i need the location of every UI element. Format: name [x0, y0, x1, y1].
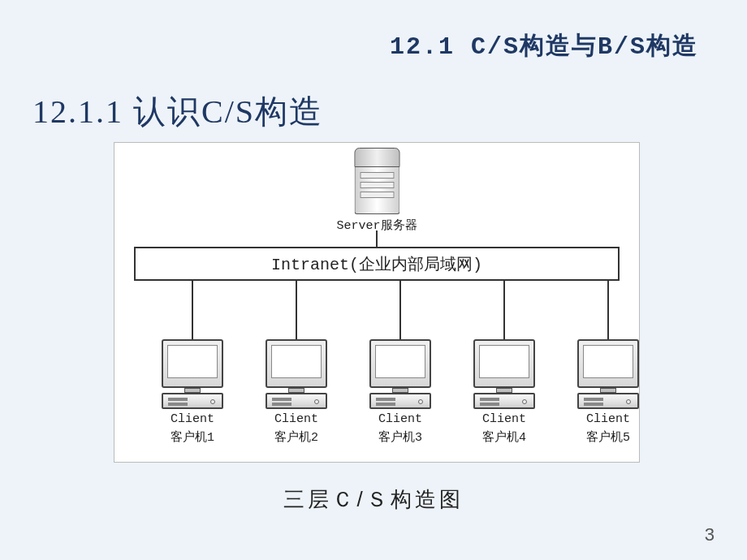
monitor-icon [577, 339, 639, 388]
pc-base-icon [266, 393, 327, 409]
client-connection-line [296, 281, 297, 339]
monitor-icon [473, 339, 535, 388]
client-node: Client 客户机5 [568, 339, 649, 445]
pc-base-icon [473, 393, 535, 409]
client-label-en: Client [360, 412, 441, 426]
client-label-en: Client [568, 412, 649, 426]
client-connection-line [607, 281, 609, 339]
intranet-label: Intranet(企业内部局域网) [271, 253, 482, 275]
pc-base-icon [577, 393, 639, 409]
client-node: Client 客户机3 [360, 339, 441, 445]
client-label-en: Client [256, 412, 337, 426]
client-connection-line [192, 281, 193, 339]
client-label-en: Client [464, 412, 545, 426]
server-connection-line [376, 230, 378, 247]
client-connection-line [503, 281, 505, 339]
monitor-icon [162, 339, 223, 388]
intranet-box: Intranet(企业内部局域网) [134, 247, 620, 281]
pc-base-icon [162, 393, 223, 409]
page-number: 3 [705, 524, 715, 545]
subsection-title: 12.1.1 认识C/S构造 [32, 89, 323, 134]
server-node: Server服务器 [336, 148, 417, 233]
section-header: 12.1 C/S构造与B/S构造 [390, 29, 698, 62]
client-label-cn: 客户机3 [360, 429, 441, 445]
client-label-cn: 客户机4 [464, 429, 545, 445]
client-label-cn: 客户机2 [256, 429, 337, 445]
client-label-cn: 客户机1 [152, 429, 233, 445]
monitor-icon [266, 339, 327, 388]
client-label-cn: 客户机5 [568, 429, 649, 445]
diagram-caption: 三层Ｃ/Ｓ构造图 [0, 485, 747, 514]
monitor-icon [369, 339, 431, 388]
client-node: Client 客户机1 [152, 339, 233, 445]
client-connection-line [399, 281, 401, 339]
cs-architecture-diagram: Server服务器 Intranet(企业内部局域网) Client 客户机1 … [114, 142, 640, 463]
pc-base-icon [369, 393, 431, 409]
server-icon [354, 148, 399, 214]
client-node: Client 客户机2 [256, 339, 337, 445]
client-label-en: Client [152, 412, 233, 426]
client-node: Client 客户机4 [464, 339, 545, 445]
